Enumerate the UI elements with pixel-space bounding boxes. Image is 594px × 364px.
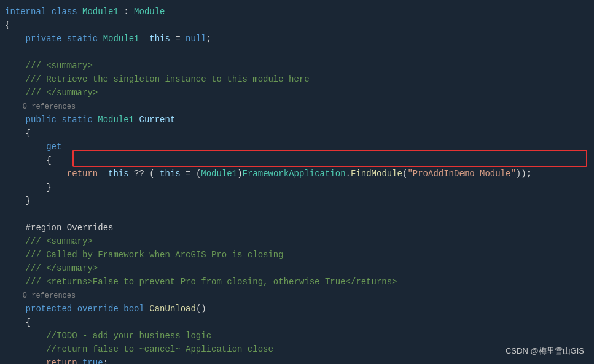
table-row: }	[0, 180, 594, 194]
table-row	[0, 45, 594, 59]
table-row	[0, 207, 594, 221]
table-row: protected override bool CanUnload()	[0, 302, 594, 316]
table-row: /// </summary>	[0, 86, 594, 99]
table-row: /// <summary>	[0, 234, 594, 248]
table-row: }	[0, 194, 594, 207]
table-row: public static Module1 Current	[0, 113, 594, 126]
table-row: internal class Module1 : Module	[0, 5, 594, 18]
code-editor: internal class Module1 : Module{ private…	[0, 0, 594, 364]
table-row: //return false to ~cancel~ Application c…	[0, 343, 594, 356]
table-row: 0 references	[0, 288, 594, 302]
table-row: /// <returns>False to prevent Pro from c…	[0, 275, 594, 288]
table-row: //TODO - add your business logic	[0, 329, 594, 343]
table-row: #region Overrides	[0, 221, 594, 234]
code-lines: internal class Module1 : Module{ private…	[0, 5, 594, 364]
table-row: /// Called by Framework when ArcGIS Pro …	[0, 248, 594, 261]
table-row: private static Module1 _this = null;	[0, 32, 594, 45]
table-row: /// Retrieve the singleton instance to t…	[0, 72, 594, 86]
table-row: return _this ?? (_this = (Module1)Framew…	[0, 167, 594, 180]
table-row: /// <summary>	[0, 59, 594, 72]
table-row: get	[0, 140, 594, 153]
table-row: {	[0, 18, 594, 32]
watermark: CSDN @梅里雪山GIS	[506, 346, 584, 357]
table-row: {	[0, 153, 594, 167]
table-row: /// </summary>	[0, 261, 594, 275]
table-row: {	[0, 316, 594, 329]
table-row: return true;	[0, 356, 594, 364]
table-row: {	[0, 126, 594, 140]
table-row: 0 references	[0, 99, 594, 113]
